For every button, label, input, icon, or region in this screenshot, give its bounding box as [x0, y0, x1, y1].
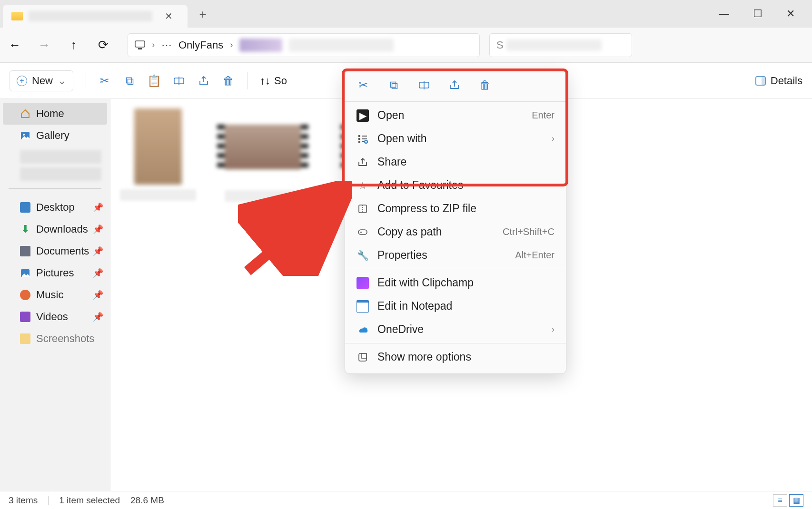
titlebar: ✕ + — ☐ ✕ — [0, 0, 812, 28]
share-icon[interactable] — [448, 78, 461, 92]
svg-rect-14 — [358, 230, 367, 235]
details-button[interactable]: Details — [755, 75, 802, 87]
new-label: New — [32, 75, 53, 87]
new-tab-button[interactable]: + — [192, 7, 213, 22]
pin-icon: 📌 — [93, 202, 103, 213]
delete-icon[interactable]: 🗑 — [478, 78, 492, 92]
cut-icon[interactable]: ✂ — [356, 78, 370, 92]
sort-button[interactable]: ↑↓ So — [260, 75, 287, 87]
back-button[interactable]: ← — [0, 38, 30, 52]
list-view-button[interactable]: ≡ — [773, 494, 787, 507]
breadcrumb-blurred — [289, 39, 394, 52]
sidebar-item-blurred — [20, 150, 101, 164]
clipchamp-icon — [356, 277, 369, 289]
shortcut-label: Ctrl+Shift+C — [503, 226, 555, 237]
view-toggle: ≡ ▦ — [773, 494, 803, 507]
folder-icon — [20, 333, 30, 344]
file-name-blurred — [225, 190, 301, 202]
more-crumbs-icon[interactable]: ⋯ — [161, 39, 172, 51]
tile-view-button[interactable]: ▦ — [789, 494, 803, 507]
menu-properties[interactable]: 🔧 Properties Alt+Enter — [345, 244, 566, 267]
active-tab[interactable]: ✕ — [3, 5, 188, 28]
menu-notepad[interactable]: Edit in Notepad — [345, 294, 566, 318]
sidebar-divider — [9, 188, 101, 189]
tab-close-button[interactable]: ✕ — [158, 10, 179, 22]
share-icon[interactable] — [198, 75, 210, 87]
notepad-icon — [356, 300, 369, 313]
sidebar-item-label: Home — [36, 108, 64, 120]
gallery-icon — [20, 130, 30, 141]
details-pane-icon — [755, 76, 766, 86]
sidebar-item-blurred — [20, 167, 101, 181]
paste-icon[interactable]: 📋 — [148, 75, 160, 87]
sidebar-item-desktop[interactable]: Desktop 📌 — [0, 196, 110, 218]
tab-title-blurred — [29, 11, 152, 21]
maximize-button[interactable]: ☐ — [753, 8, 762, 20]
sidebar-item-downloads[interactable]: ⬇ Downloads 📌 — [0, 218, 110, 240]
cut-icon[interactable]: ✂ — [99, 75, 111, 87]
menu-label: Add to Favourites — [377, 179, 463, 192]
delete-icon[interactable]: 🗑 — [222, 75, 235, 87]
menu-label: Open with — [377, 132, 427, 145]
separator — [48, 496, 49, 505]
menu-favourites[interactable]: ☆ Add to Favourites — [345, 174, 566, 197]
search-input[interactable]: S — [489, 33, 632, 57]
menu-onedrive[interactable]: OneDrive › — [345, 318, 566, 341]
shortcut-label: Alt+Enter — [515, 250, 555, 261]
sidebar-item-documents[interactable]: Documents 📌 — [0, 240, 110, 262]
menu-share[interactable]: Share — [345, 150, 566, 174]
sidebar-item-home[interactable]: Home — [3, 103, 107, 125]
sidebar: Home Gallery Desktop 📌 ⬇ Downloads 📌 Doc… — [0, 99, 110, 491]
sidebar-item-label: Videos — [36, 311, 68, 323]
context-quick-actions: ✂ ⧉ 🗑 — [345, 71, 566, 99]
sidebar-item-music[interactable]: Music 📌 — [0, 284, 110, 306]
sidebar-item-gallery[interactable]: Gallery — [0, 125, 110, 147]
menu-open-with[interactable]: Open with › — [345, 127, 566, 150]
rename-icon[interactable] — [417, 78, 431, 92]
copy-icon[interactable]: ⧉ — [387, 78, 400, 92]
menu-compress[interactable]: Compress to ZIP file — [345, 197, 566, 220]
menu-separator — [345, 269, 566, 269]
menu-open[interactable]: ▶ Open Enter — [345, 104, 566, 127]
shortcut-label: Enter — [532, 110, 555, 121]
menu-copy-path[interactable]: Copy as path Ctrl+Shift+C — [345, 220, 566, 244]
menu-show-more[interactable]: Show more options — [345, 345, 566, 369]
rename-icon[interactable] — [173, 75, 185, 87]
new-button[interactable]: + New ⌄ — [10, 70, 73, 91]
sidebar-item-videos[interactable]: Videos 📌 — [0, 306, 110, 328]
chevron-right-icon: › — [552, 324, 555, 334]
breadcrumb-bar[interactable]: › ⋯ OnlyFans › — [128, 33, 480, 57]
sidebar-item-screenshots[interactable]: Screenshots — [0, 328, 110, 350]
minimize-button[interactable]: — — [719, 8, 729, 20]
pin-icon: 📌 — [93, 246, 103, 256]
openwith-icon — [356, 133, 369, 145]
pictures-icon — [20, 268, 30, 278]
pin-icon: 📌 — [93, 268, 103, 278]
menu-label: Edit in Notepad — [377, 300, 452, 313]
window-controls: — ☐ ✕ — [702, 0, 812, 28]
separator — [247, 72, 248, 89]
menu-clipchamp[interactable]: Edit with Clipchamp — [345, 271, 566, 294]
chevron-right-icon: › — [230, 40, 233, 50]
menu-label: Properties — [377, 249, 427, 262]
sidebar-item-label: Gallery — [36, 129, 69, 142]
menu-label: Share — [377, 156, 406, 168]
sidebar-item-pictures[interactable]: Pictures 📌 — [0, 262, 110, 284]
file-item[interactable] — [225, 108, 301, 202]
up-button[interactable]: ↑ — [59, 38, 89, 52]
zip-icon — [356, 203, 369, 215]
chevron-down-icon: ⌄ — [58, 75, 66, 87]
menu-separator — [345, 101, 566, 102]
selection-size: 28.6 MB — [130, 495, 164, 506]
onedrive-icon — [356, 323, 369, 336]
search-blurred — [506, 39, 602, 51]
breadcrumb-segment[interactable]: OnlyFans — [178, 39, 223, 51]
file-item[interactable] — [120, 108, 196, 202]
forward-button[interactable]: → — [30, 38, 59, 52]
play-icon: ▶ — [356, 109, 369, 122]
search-prefix: S — [496, 39, 504, 51]
refresh-button[interactable]: ⟳ — [89, 38, 118, 52]
wrench-icon: 🔧 — [356, 249, 369, 262]
copy-icon[interactable]: ⧉ — [123, 75, 136, 87]
close-window-button[interactable]: ✕ — [786, 8, 795, 20]
